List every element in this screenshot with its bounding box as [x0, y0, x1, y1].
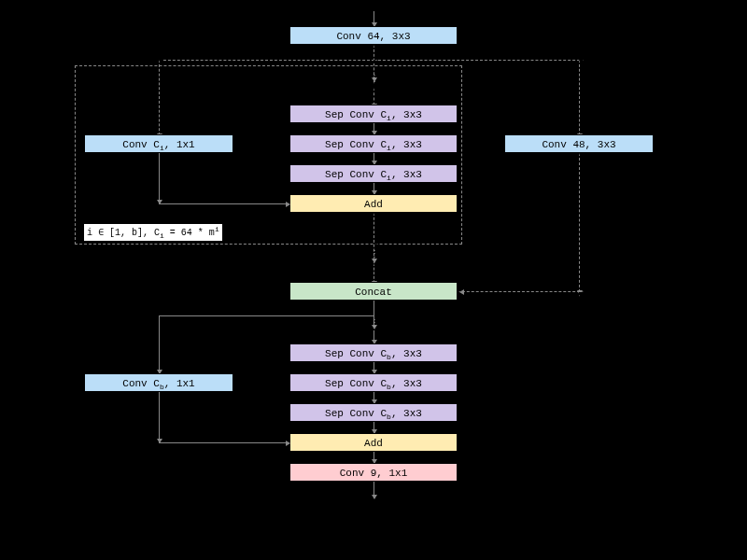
conv9-box: Conv 9, 1x1 [289, 463, 458, 482]
arrow-output [374, 482, 374, 498]
arrow-conv48-down [579, 153, 583, 297]
stage-note: i i ∈ [1, b], Ci = 64 * mi [84, 224, 222, 241]
sep-cb-1-label: Sep Conv Cb, 3x3 [325, 348, 422, 359]
add-cb-box: Add [289, 433, 458, 452]
arrow-sep-cb-3-add [374, 422, 374, 433]
sep-cb-3-box: Sep Conv Cb, 3x3 [289, 403, 458, 422]
arrow-sep-ci-1-2 [374, 123, 374, 134]
conv-cb-1x1-label: Conv Cb, 1x1 [122, 378, 194, 389]
stage-group [75, 65, 462, 245]
hline-conv48-to-concat [458, 291, 585, 295]
sep-ci-1-box: Sep Conv Ci, 3x3 [289, 105, 458, 123]
conv64-label: Conv 64, 3x3 [336, 31, 410, 42]
ellipsis-mid: ⋮ [370, 248, 379, 259]
conv-ci-1x1-label: Conv Ci, 1x1 [122, 139, 194, 150]
hline-convcb-to-add [159, 442, 289, 443]
arrow-to-convcb [159, 315, 160, 373]
conv48-box: Conv 48, 3x3 [504, 134, 654, 153]
concat-box: Concat [289, 282, 458, 301]
conv9-label: Conv 9, 1x1 [340, 468, 408, 479]
sep-ci-3-label: Sep Conv Ci, 3x3 [325, 169, 422, 180]
arrow-to-sep-cb1 [374, 330, 374, 343]
sep-ci-2-label: Sep Conv Ci, 3x3 [325, 139, 422, 150]
arrow-to-conv48 [579, 60, 583, 140]
conv64-box: Conv 64, 3x3 [289, 26, 458, 45]
add-ci-label: Add [364, 199, 383, 210]
hline-to-convcb [159, 315, 374, 316]
sep-ci-3-box: Sep Conv Ci, 3x3 [289, 164, 458, 183]
sep-cb-2-box: Sep Conv Cb, 3x3 [289, 373, 458, 392]
arrow-sep-cb-2-3 [374, 392, 374, 403]
arrow-add-to-conv9 [374, 452, 374, 463]
arrow-convcb-down [159, 392, 160, 442]
sep-ci-2-box: Sep Conv Ci, 3x3 [289, 134, 458, 153]
arrow-input [374, 11, 374, 26]
add-cb-label: Add [364, 438, 383, 449]
ellipsis-bottom: ⋮ [370, 317, 379, 329]
add-ci-box: Add [289, 194, 458, 213]
hline-to-conv48 [374, 60, 585, 63]
concat-label: Concat [355, 287, 392, 298]
conv-cb-1x1-box: Conv Cb, 1x1 [84, 373, 233, 392]
arrow-convci-down [159, 153, 160, 203]
arrow-sep-cb-1-2 [374, 362, 374, 373]
arrow-sep-ci-3-add [374, 183, 374, 194]
sep-cb-3-label: Sep Conv Cb, 3x3 [325, 408, 422, 419]
conv48-label: Conv 48, 3x3 [542, 139, 615, 150]
hline-to-convci [159, 60, 379, 63]
conv-ci-1x1-box: Conv Ci, 1x1 [84, 134, 233, 153]
arrow-sep-ci-2-3 [374, 153, 374, 164]
sep-ci-1-label: Sep Conv Ci, 3x3 [325, 109, 422, 120]
sep-cb-1-box: Sep Conv Cb, 3x3 [289, 343, 458, 362]
sep-cb-2-label: Sep Conv Cb, 3x3 [325, 378, 422, 389]
hline-convci-to-add [159, 203, 289, 204]
